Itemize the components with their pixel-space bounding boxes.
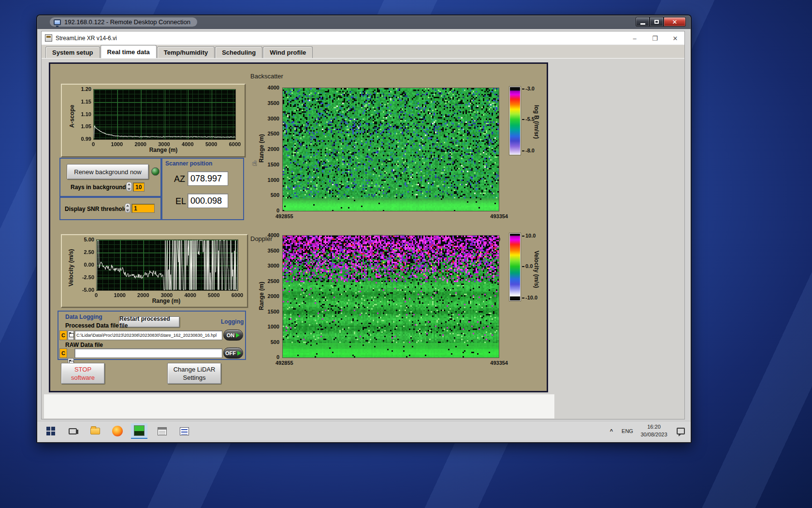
- velocity-xaxis-title: Range (m): [123, 298, 210, 304]
- processed-data-file-label: Processed Data file: [65, 322, 119, 329]
- x-tick-label: 2000: [131, 141, 150, 147]
- stop-line1: STOP: [74, 365, 91, 374]
- rays-spinner[interactable]: [126, 182, 132, 192]
- raw-path-field[interactable]: [74, 348, 222, 358]
- doppler-x-end: 493354: [464, 360, 508, 366]
- range-tick-label: 2500: [259, 278, 279, 284]
- range-tick-label: 3500: [259, 248, 279, 254]
- snr-threshold-label: Display SNR threshold: [65, 206, 127, 212]
- app-minimize-button[interactable]: –: [629, 34, 640, 42]
- list-app-icon: [180, 427, 189, 435]
- range-tick-label: 3500: [259, 100, 279, 106]
- windows-logo-icon: [46, 427, 55, 435]
- file-explorer-button[interactable]: [87, 423, 103, 439]
- range-tick-label: 4000: [259, 85, 279, 90]
- task-view-icon: [69, 428, 77, 434]
- colorbar-tick-label: 10.0: [522, 233, 536, 239]
- mouse-cursor: ☝: [252, 159, 257, 167]
- raw-logging-toggle[interactable]: OFF: [223, 347, 243, 359]
- remote-desktop: StreamLine XR v14-6.vi – ❐ ✕ System setu…: [37, 29, 691, 442]
- language-label: ENG: [622, 428, 633, 434]
- renew-background-button[interactable]: Renew background now: [67, 164, 149, 179]
- backscatter-colorbar: [509, 87, 521, 155]
- on-label: ON: [227, 332, 235, 338]
- range-tick-label: 4000: [259, 232, 279, 238]
- rdp-window: 192.168.0.122 - Remote Desktop Connectio…: [36, 15, 692, 443]
- active-app-icon: [134, 425, 145, 436]
- range-tick-label: 1000: [259, 177, 279, 183]
- range-tick-label: 3000: [259, 116, 279, 121]
- app-titlebar[interactable]: StreamLine XR v14-6.vi – ❐ ✕: [42, 31, 684, 45]
- tray-expand-button[interactable]: ^: [606, 423, 617, 439]
- backscatter-x-start: 492855: [276, 213, 293, 219]
- main-panel: Backscatter Doppler Range (m) A-scope 1.…: [49, 62, 548, 392]
- on-indicator-icon: [236, 333, 240, 338]
- tab-strip: System setupReal time dataTemp/humidityS…: [42, 45, 684, 59]
- colorbar-tick-label: 0.0: [522, 263, 533, 269]
- renew-led-indicator: [151, 167, 160, 176]
- y-tick-label: 1.15: [71, 99, 91, 105]
- scanner-position-title: Scanner position: [165, 160, 212, 167]
- change-lidar-settings-button[interactable]: Change LiDAR Settings: [167, 363, 221, 384]
- action-center-button[interactable]: [672, 423, 689, 439]
- rdp-title: 192.168.0.122 - Remote Desktop Connectio…: [64, 18, 190, 26]
- task-view-button[interactable]: [64, 423, 81, 439]
- app-close-button[interactable]: ✕: [670, 34, 681, 42]
- tab-temp-humidity[interactable]: Temp/humidity: [157, 46, 215, 58]
- panel-lower-margin: [44, 394, 554, 418]
- y-tick-label: 1.05: [71, 123, 91, 129]
- processed-logging-toggle[interactable]: ON: [223, 329, 243, 341]
- language-indicator[interactable]: ENG: [619, 423, 636, 439]
- doppler-colorbar: [509, 233, 521, 301]
- firefox-button[interactable]: [109, 423, 126, 439]
- rdp-maximize-button[interactable]: [650, 17, 664, 27]
- rdp-close-button[interactable]: ✕: [664, 17, 686, 27]
- range-tick-label: 500: [259, 192, 279, 198]
- x-tick-label: 5000: [204, 292, 223, 298]
- processed-drive-selector[interactable]: C: [59, 330, 67, 340]
- range-tick-label: 0: [259, 208, 279, 213]
- clock-time: 16:20: [637, 423, 671, 431]
- y-tick-label: 1.10: [71, 111, 91, 117]
- pinned-app-button[interactable]: [176, 423, 192, 439]
- rdp-titlebar[interactable]: 192.168.0.122 - Remote Desktop Connectio…: [37, 15, 691, 29]
- restart-processed-file-button[interactable]: Restart processed file: [119, 316, 180, 328]
- y-tick-label: 0.00: [74, 262, 94, 268]
- tab-real-time-data[interactable]: Real time data: [101, 45, 157, 58]
- start-button[interactable]: [43, 423, 59, 439]
- snr-value-field[interactable]: 1: [131, 204, 155, 213]
- scanner-position-box: Scanner position AZ 078.997 EL 000.098: [161, 158, 244, 220]
- stop-software-button[interactable]: STOP software: [61, 363, 105, 384]
- taskbar-clock[interactable]: 16:20 30/08/2023: [637, 423, 671, 438]
- folder-icon: [90, 428, 100, 434]
- rays-in-background-label: Rays in background: [71, 184, 126, 191]
- rays-value-field[interactable]: 10: [133, 182, 145, 192]
- snr-spinner[interactable]: [125, 203, 130, 213]
- logging-label: Logging: [221, 318, 244, 325]
- processed-path-field[interactable]: C:\Lidar\Data\Proc\2023\202308\20230830\…: [74, 330, 222, 340]
- active-app-button[interactable]: [131, 423, 147, 439]
- x-tick-label: 5000: [202, 141, 221, 147]
- colorbar-tick-label: -10.0: [522, 295, 537, 300]
- off-label: OFF: [225, 350, 236, 356]
- app-restore-button[interactable]: ❐: [650, 34, 660, 42]
- colorbar-tick-label: -8.0: [522, 148, 535, 153]
- tab-wind-profile[interactable]: Wind profile: [263, 46, 313, 58]
- processed-browse-icon[interactable]: [68, 330, 74, 340]
- maximize-icon: [654, 20, 659, 24]
- x-tick-label: 6000: [228, 292, 247, 298]
- colorbar-tick-label: -3.0: [522, 86, 535, 91]
- vi-icon: [45, 34, 52, 42]
- change-line2: Settings: [183, 374, 206, 382]
- backscatter-heatmap: [282, 88, 499, 211]
- raw-drive-selector[interactable]: C: [59, 348, 67, 358]
- rdp-minimize-button[interactable]: [636, 17, 650, 27]
- scan-scheduler-button[interactable]: [154, 423, 170, 439]
- x-tick-label: 0: [87, 292, 106, 298]
- x-tick-label: 4000: [181, 292, 200, 298]
- tab-scheduling[interactable]: Scheduling: [215, 46, 262, 58]
- ascope-plot-canvas: [93, 89, 236, 140]
- range-tick-label: 1000: [259, 324, 279, 329]
- el-value-field: 000.098: [188, 194, 228, 208]
- tab-system-setup[interactable]: System setup: [45, 46, 100, 58]
